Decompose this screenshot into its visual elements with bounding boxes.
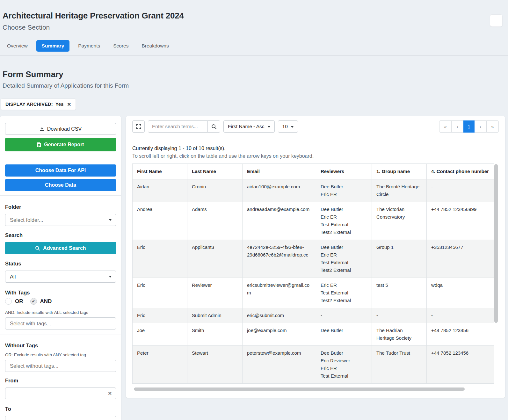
tab-summary[interactable]: Summary [36,40,70,52]
reviewer-name: Test2 External [321,297,367,304]
clear-icon[interactable]: ✕ [108,391,112,396]
cell-email: 4e72442e-5259-4f93-bfe8-29d66067e6b2@mai… [243,240,316,278]
cell-email: peterstew@example.com [243,346,316,384]
table-row[interactable]: EricApplicant34e72442e-5259-4f93-bfe8-29… [133,240,494,278]
reviewer-name: Dee Butler [321,327,367,334]
cell-first-name: Eric [133,240,187,278]
tab-scores[interactable]: Scores [109,40,133,52]
from-label: From [5,378,116,384]
cell-last-name: Submit Admin [187,308,243,323]
generate-report-button[interactable]: Generate Report [5,138,116,151]
page-size-dropdown[interactable]: 10 [278,120,298,133]
horizontal-scrollbar[interactable] [132,387,494,391]
with-tags-input[interactable]: Select with tags... [5,317,116,329]
cell-last-name: Cronin [187,179,243,202]
reviewer-name: Dee Butler [321,349,367,357]
or-radio-label: OR [15,298,23,305]
cell-email: joe@example.com [243,323,316,346]
reviewer-name: Test External [321,259,367,266]
cell-email: eric@submit.com [243,308,316,323]
table-row[interactable]: JoeSmithjoe@example.comDee ButlerThe Had… [133,323,494,346]
reviewer-name: Test2 External [321,228,367,236]
reviewer-name: Test External [321,372,367,380]
column-header: Email [243,164,316,179]
tab-payments[interactable]: Payments [74,40,105,52]
pagination-last[interactable]: » [486,120,499,133]
cell-reviewers: Dee ButlerEric ER [316,179,372,202]
or-radio[interactable] [5,298,12,305]
applications-table-container[interactable]: First NameLast NameEmailReviewers1. Grou… [132,163,494,386]
results-summary: Currently displaying 1 - 10 of 10 result… [132,145,499,152]
cell-first-name: Andrea [133,202,187,240]
to-date-input[interactable] [5,416,116,420]
without-tags-placeholder: Select without tags... [10,363,58,369]
table-row[interactable]: AidanCroninaidan100@example.comDee Butle… [133,179,494,202]
table-row[interactable]: AndreaAdamsandreaadams@example.comDee Bu… [133,202,494,240]
report-file-icon [37,142,41,147]
pagination-prev[interactable]: ‹ [451,120,464,133]
choose-data-for-api-button[interactable]: Choose Data For API [5,164,116,177]
page-header: Architectural Heritage Preservation Gran… [0,0,508,56]
results-toolbar: First Name - Asc 10 «‹1›» [126,116,505,138]
advanced-search-button[interactable]: Advanced Search [5,242,116,254]
download-csv-button[interactable]: Download CSV [5,123,116,135]
column-header: 1. Group name [372,164,427,179]
display-archived-chip[interactable]: DISPLAY ARCHIVED: Yes ✕ [1,98,76,110]
status-label: Status [5,261,116,267]
tab-overview[interactable]: Overview [3,40,32,52]
sort-dropdown[interactable]: First Name - Asc [223,120,275,133]
pagination-first[interactable]: « [439,120,452,133]
choose-data-button[interactable]: Choose Data [5,179,116,191]
cell-last-name: Adams [187,202,243,240]
vertical-scrollbar-thumb[interactable] [494,164,498,323]
cell-reviewers: Eric ERTest ExternalTest2 External [316,278,372,308]
tab-breakdowns[interactable]: Breakdowns [137,40,173,52]
scroll-hint: To scroll left or right, click on the ta… [132,152,499,160]
to-field: ✕ [5,416,116,420]
pagination-next[interactable]: › [474,120,487,133]
page-title: Architectural Heritage Preservation Gran… [3,11,502,21]
cell-reviewers: Dee ButlerEric ReviewerEric ERTest Exter… [316,346,372,384]
to-label: To [5,406,116,412]
folder-select[interactable]: Select folder... [5,214,116,226]
page-size-value: 10 [282,124,288,129]
chevron-down-icon [268,126,270,128]
table-row[interactable]: EricReviewerericsubmitreviewer@gmail.com… [133,278,494,308]
fullscreen-button[interactable] [132,120,145,133]
close-icon[interactable]: ✕ [67,102,71,107]
search-input[interactable] [148,120,208,133]
content-row: Download CSV Generate Report Choose Data… [0,116,508,420]
pagination: «‹1›» [439,120,499,133]
form-summary-subtitle: Detailed Summary of Applications for thi… [3,82,505,89]
reviewer-name: Eric ER [321,281,367,289]
table-row[interactable]: EricSubmit Admineric@submit.com--- [133,308,494,323]
cell-last-name: Reviewer [187,278,243,308]
reviewer-name: Test External [321,289,367,297]
filter-fields-section: Folder Select folder... Search Advanced … [0,196,121,335]
table-row[interactable]: PeterStewartpeterstew@example.comDee But… [133,346,494,384]
header-corner-button[interactable] [490,14,503,27]
clear-icon[interactable]: ✕ [108,419,112,420]
cell-group-name: - [372,308,427,323]
and-radio[interactable]: ✓ [30,298,37,305]
reviewer-name: Eric ER [321,191,367,198]
column-header: Last Name [187,164,243,179]
from-date-input[interactable] [5,387,116,399]
cell-group-name: Group 1 [372,240,427,278]
pagination-page-1[interactable]: 1 [463,120,475,133]
horizontal-scrollbar-thumb[interactable] [134,387,465,391]
vertical-scrollbar[interactable] [494,163,498,386]
column-header: Reviewers [316,164,372,179]
cell-first-name: Peter [133,346,187,384]
without-tags-input[interactable]: Select without tags... [5,360,116,372]
status-select[interactable]: All [5,271,116,283]
cell-last-name: Stewart [187,346,243,384]
cell-reviewers: Dee Butler [316,323,372,346]
status-select-value: All [10,274,16,280]
with-tags-placeholder: Select with tags... [10,321,51,327]
export-section: Download CSV Generate Report [0,116,121,159]
search-submit-button[interactable] [207,120,220,133]
with-tags-helper: AND: Include results with ALL selected t… [5,310,116,315]
cell-contact-phone: - [427,308,494,323]
cell-contact-phone: wdqa [427,278,494,308]
